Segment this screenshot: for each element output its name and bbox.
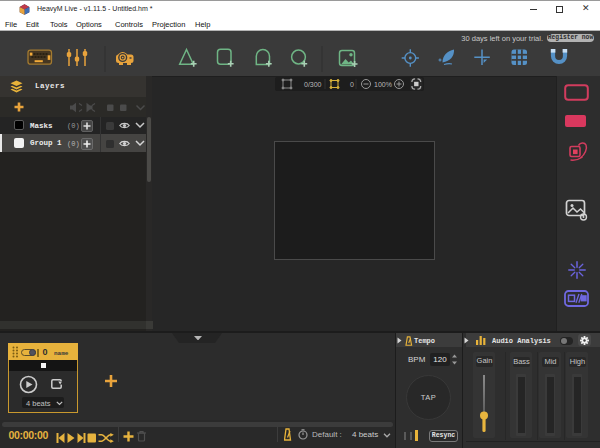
svg-text:0/300: 0/300 [304,81,322,88]
svg-text:0: 0 [350,81,354,88]
svg-text:100%: 100% [374,81,392,88]
